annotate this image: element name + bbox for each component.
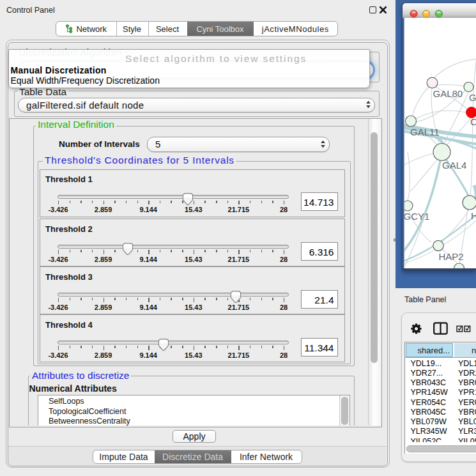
svg-text:GAL4: GAL4	[442, 159, 466, 170]
svg-text:HIS4: HIS4	[471, 210, 476, 221]
svg-text:CDC2: CDC2	[470, 116, 476, 127]
svg-text:GAL11: GAL11	[410, 127, 440, 137]
svg-text:GAL80: GAL80	[433, 88, 463, 99]
svg-text:GCY1: GCY1	[404, 211, 429, 222]
svg-text:GAL2: GAL2	[469, 92, 476, 103]
svg-text:HAP2: HAP2	[439, 250, 464, 261]
